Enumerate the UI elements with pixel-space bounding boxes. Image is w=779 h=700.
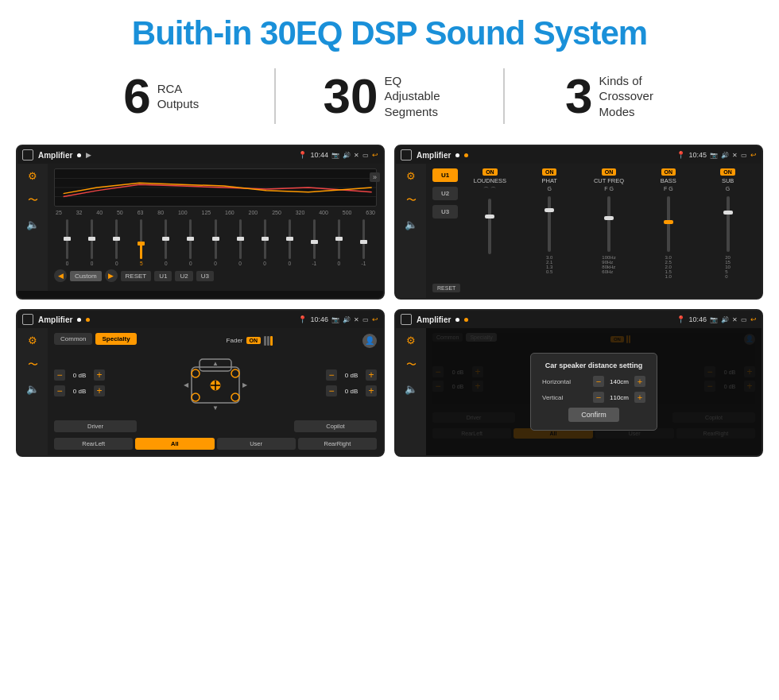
vol3-minus-button[interactable]: − [326,369,337,381]
bass-fg-labels: FG [664,186,673,191]
vertical-plus-button[interactable]: + [634,392,645,403]
copilot-button[interactable]: Copilot [294,420,377,432]
fader-control-row: Fader ON [227,336,273,346]
fader-label: Fader [227,337,243,344]
fader-on-badge[interactable]: ON [246,337,262,344]
cutfreq-on-badge[interactable]: ON [602,168,617,176]
u3-button[interactable]: U3 [196,271,214,281]
all-button[interactable]: All [135,438,214,450]
loudness-on-badge[interactable]: ON [483,168,498,176]
vol1-value: 0 dB [68,372,91,379]
loudness-label: LOUDNESS [474,177,506,184]
home-icon-3[interactable] [22,314,33,325]
profile-icon[interactable]: 👤 [362,334,377,348]
slider-6[interactable]: 0 [179,219,202,266]
horizontal-minus-button[interactable]: − [593,376,604,387]
bass-slider[interactable] [667,196,670,252]
eq-app-title: Amplifier [38,151,72,160]
reset-button[interactable]: RESET [121,271,152,281]
camera-icon-3: 📷 [331,316,339,323]
screens-grid: Amplifier ▶ 📍 10:44 📷 🔊 ✕ ▭ ↩ ⚙ 〜 🔈 [0,138,779,473]
driver-button[interactable]: Driver [54,420,137,432]
slider-8[interactable]: 0 [229,219,252,266]
slider-2[interactable]: 0 [80,219,103,266]
sub-slider[interactable] [727,196,730,252]
stat-rca: 6 RCAOutputs [48,72,274,121]
eq-icon-3[interactable]: ⚙ [28,335,37,346]
eq-icon-4[interactable]: ⚙ [406,335,416,346]
slider-12[interactable]: 0 [327,219,351,266]
speaker-icon-2[interactable]: 🔈 [405,219,417,230]
slider-1[interactable]: 0 [56,219,79,266]
vertical-control: − 110cm + [593,392,645,403]
stats-row: 6 RCAOutputs 30 EQ AdjustableSegments 3 … [0,60,779,138]
distance-screen: Amplifier 📍 10:46 📷 🔊 ✕ ▭ ↩ ⚙ 〜 🔈 [394,309,763,457]
slider-7[interactable]: 0 [203,219,227,266]
wave-icon[interactable]: 〜 [28,193,38,207]
vol2-plus-button[interactable]: + [94,385,105,396]
slider-11[interactable]: -1 [303,219,326,266]
wave-icon-4[interactable]: 〜 [406,358,417,372]
vol3-value: 0 dB [340,372,362,379]
speaker-icon[interactable]: 🔈 [26,219,39,230]
vol4-minus-button[interactable]: − [326,385,337,396]
crossover-screen: Amplifier 📍 10:45 📷 🔊 ✕ ▭ ↩ ⚙ 〜 🔈 [394,145,763,300]
right-volumes: − 0 dB + − 0 dB + [326,369,377,396]
vol2-minus-button[interactable]: − [54,385,65,396]
eq-next-button[interactable]: ▶ [105,269,118,282]
vertical-minus-button[interactable]: − [593,392,604,403]
eq-icon-2[interactable]: ⚙ [406,170,416,182]
slider-9[interactable]: 0 [254,219,277,266]
eq-icon[interactable]: ⚙ [28,170,37,182]
slider-3[interactable]: 0 [105,219,128,266]
custom-preset-button[interactable]: Custom [70,271,102,281]
slider-5[interactable]: 0 [154,219,177,266]
home-icon-4[interactable] [401,314,412,325]
home-icon-2[interactable] [401,149,412,160]
slider-10[interactable]: 0 [278,219,301,266]
phat-slider[interactable] [548,196,551,252]
u2-preset-button[interactable]: U2 [432,187,458,200]
sub-on-badge[interactable]: ON [720,168,735,176]
home-icon[interactable] [22,149,33,160]
u1-button[interactable]: U1 [154,271,172,281]
confirm-button[interactable]: Confirm [568,408,619,422]
vol1-plus-button[interactable]: + [94,369,105,381]
sub-g-label: G [726,186,730,191]
bass-on-badge[interactable]: ON [661,168,676,176]
status-dot-orange [464,153,468,157]
u3-preset-button[interactable]: U3 [432,205,458,219]
rearright-button[interactable]: RearRight [298,438,377,450]
wave-icon-3[interactable]: 〜 [28,358,38,372]
specialty-tab[interactable]: Specialty [95,333,136,345]
vol1-minus-button[interactable]: − [54,369,65,381]
speaker-icon-3[interactable]: 🔈 [26,383,39,395]
horizontal-value: 140cm [607,378,632,385]
vol-control-3: − 0 dB + [326,369,377,381]
horizontal-plus-button[interactable]: + [634,376,645,387]
crossover-sidebar: ⚙ 〜 🔈 [396,164,426,298]
eq-prev-button[interactable]: ◀ [54,269,67,282]
freq-80: 80 [157,210,164,215]
back-icon-3: ↩ [372,315,378,323]
crossover-reset-button[interactable]: RESET [432,284,460,292]
expand-icon[interactable]: » [370,172,380,182]
freq-200: 200 [249,210,258,215]
phat-on-badge[interactable]: ON [542,168,557,176]
slider-13[interactable]: -1 [352,219,375,266]
slider-4[interactable]: 5 [130,219,153,266]
cutfreq-slider[interactable] [607,196,610,252]
rearleft-button[interactable]: RearLeft [54,438,133,450]
common-tab[interactable]: Common [54,333,92,345]
minimize-icon-2: ▭ [741,152,747,159]
status-dot-orange-3 [86,318,90,322]
vol3-plus-button[interactable]: + [366,369,377,381]
loudness-slider[interactable] [488,199,491,254]
speaker-icon-4[interactable]: 🔈 [405,383,417,395]
user-button[interactable]: User [217,438,296,450]
u2-button[interactable]: U2 [175,271,192,281]
wave-icon-2[interactable]: 〜 [406,193,417,207]
u1-preset-button[interactable]: U1 [432,168,458,182]
vol4-plus-button[interactable]: + [366,385,377,396]
distance-dialog-overlay: Car speaker distance setting Horizontal … [426,328,762,455]
